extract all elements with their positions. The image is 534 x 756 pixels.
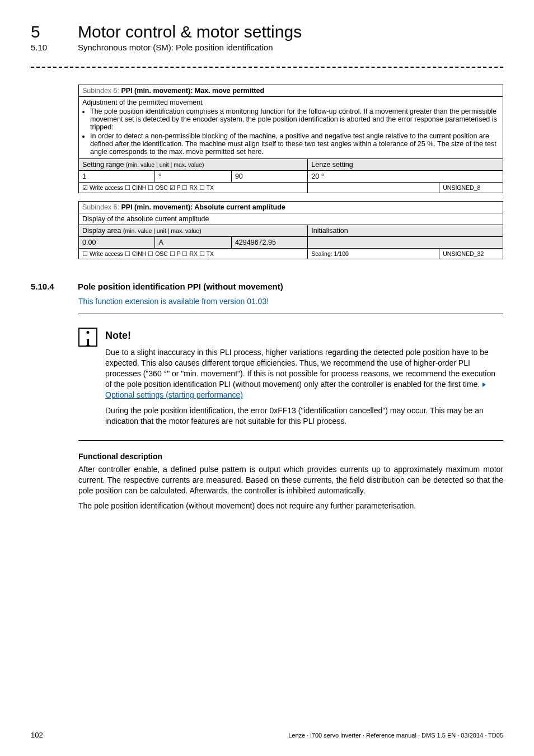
subindex6-type: UNSIGNED_32 xyxy=(439,249,503,259)
subindex6-title-grey: Subindex 6: xyxy=(82,203,121,211)
divider-solid-bottom xyxy=(78,440,503,441)
note-paragraph-1: Due to a slight inaccuracy in this PLI p… xyxy=(105,348,495,389)
subindex5-title-grey: Subindex 5: xyxy=(82,87,121,95)
note-title: Note! xyxy=(105,330,503,342)
subindex5-type: UNSIGNED_8 xyxy=(439,183,503,193)
functional-desc-heading: Functional description xyxy=(78,452,503,461)
subindex6-max: 42949672.95 xyxy=(231,237,307,249)
subindex6-title-bold: PPI (min. movement): Absolute current am… xyxy=(121,203,285,211)
table-subindex-6: Subindex 6: PPI (min. movement): Absolut… xyxy=(78,201,503,259)
setting-range-sub: (min. value | unit | max. value) xyxy=(126,161,204,168)
subindex5-title-bold: PPI (min. movement): Max. move permitted xyxy=(121,87,265,95)
table-subindex-5: Subindex 5: PPI (min. movement): Max. mo… xyxy=(78,85,503,193)
subindex5-min: 1 xyxy=(79,171,155,183)
subindex6-min: 0.00 xyxy=(79,237,155,249)
subindex5-desc-lead: Adjustment of the permitted movement xyxy=(82,99,203,106)
subindex5-max: 90 xyxy=(231,171,307,183)
subindex5-lenze-value: 20 ° xyxy=(308,171,503,183)
subindex5-description: Adjustment of the permitted movement The… xyxy=(79,97,503,159)
functional-desc-body: After controller enable, a defined pulse… xyxy=(78,464,503,511)
subsection-title: Pole position identification PPI (withou… xyxy=(78,282,283,291)
section-title: Synchronous motor (SM): Pole position id… xyxy=(78,43,273,52)
page-number: 102 xyxy=(31,731,43,739)
functional-p1: After controller enable, a defined pulse… xyxy=(78,464,503,496)
subindex5-unit: ° xyxy=(155,171,231,183)
section-number: 5.10 xyxy=(31,43,58,52)
chapter-title: Motor control & motor settings xyxy=(78,22,302,41)
display-area-label: Display area xyxy=(82,227,121,235)
info-icon: ı xyxy=(78,328,97,347)
functional-p2: The pole position identification (withou… xyxy=(78,501,503,511)
subindex6-scaling: Scaling: 1/100 xyxy=(308,249,439,259)
subindex6-init-value xyxy=(308,237,503,249)
subsection-number: 5.10.4 xyxy=(31,282,58,291)
setting-range-label: Setting range xyxy=(82,161,124,169)
subindex5-bullet-2: In order to detect a non-permissible blo… xyxy=(90,132,499,156)
display-area-sub: (min. value | unit | max. value) xyxy=(123,227,202,234)
display-area-header: Display area (min. value | unit | max. v… xyxy=(79,225,308,237)
subindex6-title: Subindex 6: PPI (min. movement): Absolut… xyxy=(79,202,503,213)
optional-settings-link[interactable]: Optional settings (starting performance) xyxy=(105,390,243,399)
divider-solid-top xyxy=(78,314,503,314)
subindex6-access: ☐ Write access ☐ CINH ☐ OSC ☐ P ☐ RX ☐ T… xyxy=(79,249,308,259)
subindex5-bullet-1: The pole position identification compris… xyxy=(90,108,499,131)
note-body: Due to a slight inaccuracy in this PLI p… xyxy=(105,347,503,427)
note-paragraph-2: During the pole position identification,… xyxy=(105,405,503,427)
chapter-number: 5 xyxy=(31,22,58,41)
triangle-icon xyxy=(483,382,486,387)
initialisation-header: Initialisation xyxy=(308,225,503,237)
subindex5-access: ☑ Write access ☐ CINH ☐ OSC ☑ P ☐ RX ☐ T… xyxy=(79,183,308,193)
subindex6-description: Display of the absolute current amplitud… xyxy=(79,213,503,225)
subindex5-title: Subindex 5: PPI (min. movement): Max. mo… xyxy=(79,85,503,97)
setting-range-header: Setting range (min. value | unit | max. … xyxy=(79,159,308,171)
footer-doc-info: Lenze · i700 servo inverter · Reference … xyxy=(288,732,503,739)
lenze-setting-header: Lenze setting xyxy=(308,159,503,171)
subindex6-unit: A xyxy=(155,237,231,249)
divider-dashed xyxy=(31,67,503,68)
version-note: This function extension is available fro… xyxy=(78,297,503,306)
page-footer: 102 Lenze · i700 servo inverter · Refere… xyxy=(31,731,503,739)
